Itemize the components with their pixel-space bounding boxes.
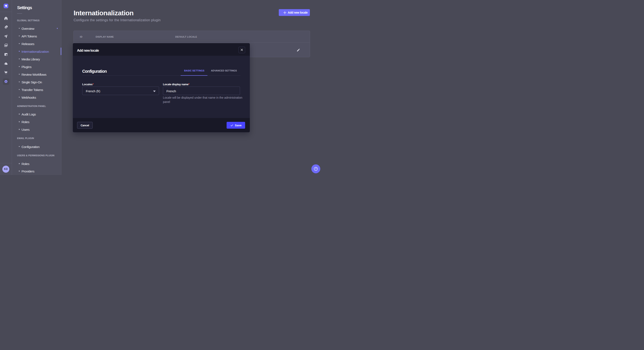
svg-text:?: ? [315,168,316,170]
